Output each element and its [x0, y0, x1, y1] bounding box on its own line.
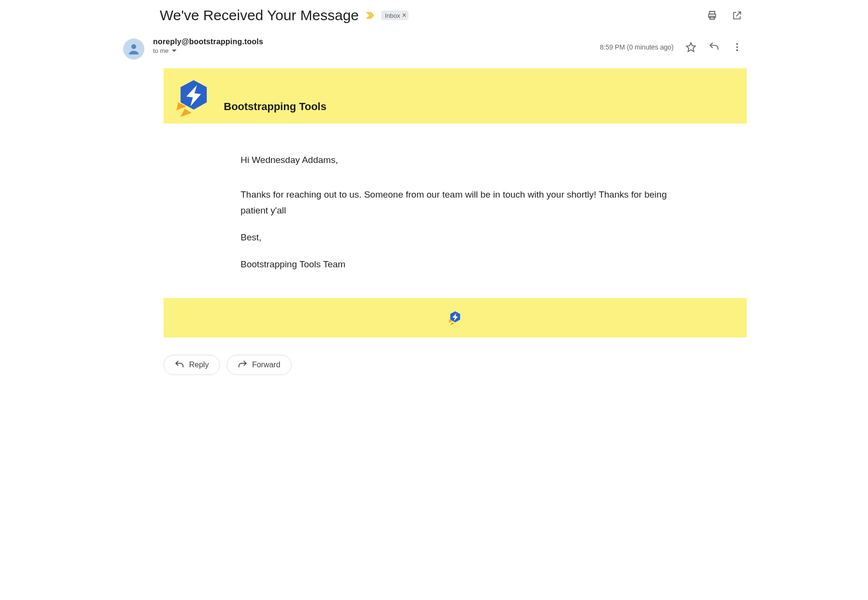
sender-email[interactable]: noreply@bootstrapping.tools [153, 38, 591, 46]
brand-header-banner: Bootstrapping Tools [164, 68, 747, 124]
meta-actions: 8:59 PM (0 minutes ago) [600, 38, 747, 57]
more-options-button[interactable] [728, 38, 747, 57]
label-text: Inbox [385, 12, 400, 19]
salutation-text: Best, [241, 230, 670, 245]
close-icon[interactable]: × [402, 12, 407, 19]
action-buttons-row: Reply Forward [164, 338, 747, 385]
forward-label: Forward [252, 361, 281, 369]
timestamp: 8:59 PM (0 minutes ago) [600, 43, 674, 51]
chevron-down-icon [172, 50, 177, 52]
greeting-text: Hi Wednesday Addams, [241, 152, 670, 168]
brand-logo-icon [173, 77, 214, 118]
svg-marker-3 [687, 43, 695, 51]
svg-point-4 [736, 43, 738, 45]
reply-button[interactable]: Reply [164, 355, 220, 375]
inbox-label-chip[interactable]: Inbox × [381, 11, 408, 20]
message-body: Hi Wednesday Addams, Thanks for reaching… [164, 124, 747, 298]
sender-info: noreply@bootstrapping.tools to me [153, 38, 591, 54]
print-button[interactable] [702, 6, 722, 25]
sender-row: noreply@bootstrapping.tools to me 8:59 P… [121, 31, 747, 68]
brand-title: Bootstrapping Tools [224, 100, 326, 118]
brand-footer-banner [164, 298, 747, 338]
avatar[interactable] [123, 38, 144, 60]
svg-point-2 [131, 44, 136, 49]
message-text: Thanks for reaching out to us. Someone f… [241, 187, 670, 218]
recipient-dropdown[interactable]: to me [153, 47, 591, 54]
email-subject: We've Received Your Message [160, 7, 359, 24]
svg-point-6 [736, 50, 738, 51]
brand-logo-small-icon [447, 310, 463, 325]
open-new-window-button[interactable] [728, 6, 747, 25]
svg-marker-7 [180, 109, 191, 117]
important-marker-icon[interactable] [365, 11, 375, 20]
subject-row: We've Received Your Message Inbox × [121, 0, 747, 31]
svg-marker-10 [450, 322, 455, 325]
svg-point-5 [736, 46, 738, 48]
email-body: Bootstrapping Tools Hi Wednesday Addams,… [164, 68, 747, 338]
forward-button[interactable]: Forward [227, 355, 292, 375]
recipient-text: to me [153, 47, 169, 54]
reply-label: Reply [189, 361, 209, 369]
star-button[interactable] [681, 38, 701, 57]
signature-text: Bootstrapping Tools Team [241, 257, 670, 272]
reply-icon-button[interactable] [704, 38, 724, 57]
